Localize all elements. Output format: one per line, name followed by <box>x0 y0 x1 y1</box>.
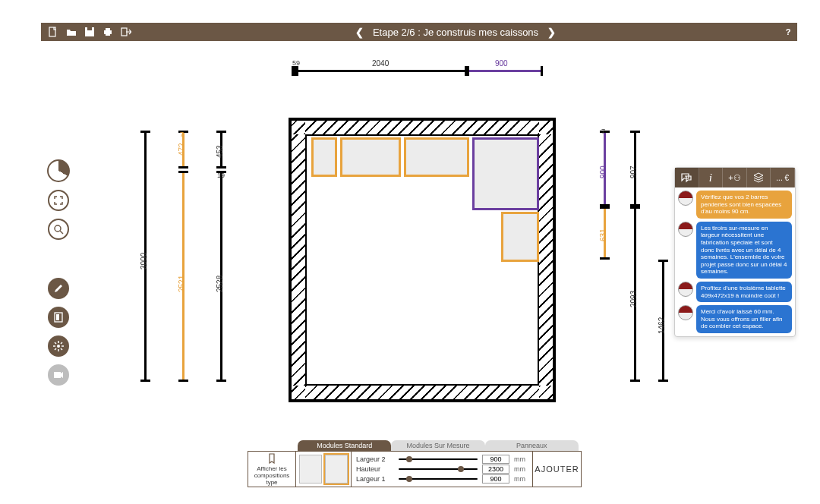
avatar-icon <box>678 305 693 320</box>
dim-left-mid-top: 472 <box>178 143 186 156</box>
camera-tool[interactable] <box>48 364 69 386</box>
left-tool-pod <box>47 159 70 386</box>
message-bubble: Profitez d'une troisième tablette 409x47… <box>696 282 792 302</box>
dim-left-outer: 3000 <box>140 253 148 269</box>
avatar-icon <box>678 222 693 237</box>
param-value-input[interactable] <box>482 455 509 464</box>
message-bubble: Les tiroirs sur-mesure en largeur nécess… <box>696 222 792 279</box>
tab-chat[interactable] <box>675 168 699 187</box>
show-compositions-button[interactable]: Afficher les compositions type <box>248 451 296 487</box>
pencil-tool[interactable] <box>48 278 69 299</box>
step-indicator: ❮ Etape 2/6 : Je construis mes caissons … <box>132 27 779 38</box>
module-params: Largeur 2 mm Hauteur mm Largeur 1 mm <box>352 451 533 487</box>
assistant-tabs: i +⚇ ... € <box>675 168 795 187</box>
thumb-module-1[interactable] <box>299 455 322 484</box>
dim-right-inner-top: 900 <box>599 165 607 178</box>
dim-right-orange: 631 <box>599 228 607 241</box>
exit-icon[interactable] <box>120 26 132 38</box>
dim-left-inner-tiny: 19 <box>217 172 225 179</box>
svg-line-18 <box>55 348 56 350</box>
param-value-input[interactable] <box>482 474 509 484</box>
assistant-panel: i +⚇ ... € Vérifiez que vos 2 barres pen… <box>674 167 796 337</box>
step-label: Etape 2/6 : Je construis mes caissons <box>373 27 538 38</box>
message-bubble: Vérifiez que vos 2 barres penderies sont… <box>696 191 792 219</box>
view-mode-toggle[interactable] <box>47 159 70 182</box>
message-bubble: Merci d'avoir laissé 60 mm. Nous vous of… <box>696 305 792 333</box>
svg-rect-2 <box>87 27 92 30</box>
message-row: Vérifiez que vos 2 barres penderies sont… <box>678 191 792 219</box>
next-step-button[interactable]: ❯ <box>547 27 556 38</box>
dim-top-right: 900 <box>495 59 508 68</box>
module-category-tabs: Modules Standard Modules Sur Mesure Pann… <box>298 440 579 451</box>
module-2[interactable] <box>340 137 401 177</box>
zoom-button[interactable] <box>48 219 69 240</box>
svg-rect-10 <box>56 314 59 320</box>
add-module-button[interactable]: AJOUTER <box>533 451 582 487</box>
param-value-input[interactable] <box>482 465 509 474</box>
module-4[interactable] <box>501 212 539 262</box>
module-1[interactable] <box>311 137 337 177</box>
assistant-messages: Vérifiez que vos 2 barres penderies sont… <box>675 187 795 336</box>
save-icon[interactable] <box>84 26 96 38</box>
tab-info[interactable]: i <box>699 168 724 187</box>
param-row: Largeur 1 mm <box>356 474 528 484</box>
dim-left-inner-top: 453 <box>216 145 224 158</box>
tab-price[interactable]: ... € <box>771 168 795 187</box>
param-unit: mm <box>514 455 528 463</box>
message-row: Profitez d'une troisième tablette 409x47… <box>678 282 792 302</box>
svg-rect-4 <box>106 28 110 30</box>
svg-line-19 <box>61 342 62 344</box>
thumb-module-2[interactable] <box>325 455 348 484</box>
tab-add-user[interactable]: +⚇ <box>723 168 747 187</box>
svg-line-17 <box>61 348 62 350</box>
tab-modules-mesure[interactable]: Modules Sur Mesure <box>391 440 484 451</box>
message-row: Merci d'avoir laissé 60 mm. Nous vous of… <box>678 305 792 333</box>
module-purple-top[interactable] <box>472 137 539 210</box>
param-label: Largeur 2 <box>356 455 394 463</box>
svg-point-7 <box>55 225 61 232</box>
tab-layers[interactable] <box>747 168 771 187</box>
prev-step-button[interactable]: ❮ <box>355 27 364 38</box>
tab-panneaux[interactable]: Panneaux <box>485 440 579 451</box>
dim-left-mid-tiny: 7 <box>180 131 184 138</box>
message-row: Les tiroirs sur-mesure en largeur nécess… <box>678 222 792 279</box>
top-toolbar: ❮ Etape 2/6 : Je construis mes caissons … <box>41 23 797 41</box>
dim-right-2093: 2093 <box>629 291 638 307</box>
print-icon[interactable] <box>102 26 114 38</box>
param-slider[interactable] <box>399 468 478 470</box>
dim-left-mid: 2521 <box>178 276 186 292</box>
param-unit: mm <box>514 465 528 473</box>
param-label: Hauteur <box>356 465 394 473</box>
svg-point-11 <box>57 345 60 348</box>
dim-right-907: 907 <box>629 165 638 178</box>
svg-rect-20 <box>54 372 61 378</box>
help-button[interactable]: ? <box>779 27 797 36</box>
room-plan <box>289 118 556 402</box>
svg-line-16 <box>55 342 56 344</box>
svg-line-8 <box>60 231 63 234</box>
avatar-icon <box>678 282 693 297</box>
door-tool[interactable] <box>48 307 69 328</box>
add-button-label: AJOUTER <box>535 465 579 474</box>
new-file-icon[interactable] <box>47 26 59 38</box>
module-3[interactable] <box>404 137 469 177</box>
ruler-top-right <box>467 70 543 72</box>
param-unit: mm <box>514 475 528 483</box>
dim-right-tiny: 7 <box>601 128 605 135</box>
tab-modules-standard[interactable]: Modules Standard <box>298 440 391 451</box>
settings-button[interactable] <box>48 335 69 357</box>
param-row: Hauteur mm <box>356 465 528 474</box>
file-icons <box>41 26 132 38</box>
show-compositions-label: Afficher les compositions type <box>248 465 295 486</box>
bottom-panel: Afficher les compositions type Largeur 2… <box>248 451 582 487</box>
bookmark-icon <box>266 453 277 464</box>
param-slider[interactable] <box>399 458 478 460</box>
avatar-icon <box>678 191 693 206</box>
module-thumbnails <box>296 451 352 487</box>
price-label: ... € <box>776 174 789 182</box>
room-interior[interactable] <box>305 134 539 386</box>
open-folder-icon[interactable] <box>65 26 77 38</box>
dim-top-main: 2040 <box>372 59 389 68</box>
fullscreen-button[interactable] <box>48 190 69 211</box>
param-slider[interactable] <box>399 478 478 480</box>
